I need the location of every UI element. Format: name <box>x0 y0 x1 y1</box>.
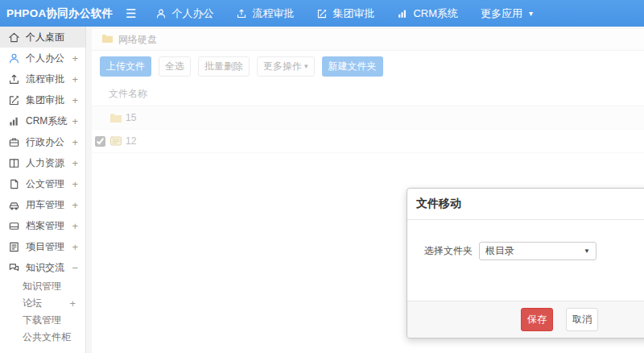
sidebar-item-label: 行政办公 <box>26 135 68 149</box>
top-nav-menu: 个人办公 流程审批 集团审批 CRM系统 <box>144 0 544 27</box>
sidebar-item-knowledge-exchange[interactable]: 知识交流 − <box>0 257 85 278</box>
sidebar-item-personal-office[interactable]: 个人办公 + <box>0 48 85 69</box>
sidebar-item-label: 个人桌面 <box>26 31 75 44</box>
sidebar-item-label: 知识交流 <box>26 261 68 275</box>
expand-toggle[interactable]: + <box>72 73 78 85</box>
topnav-process-approval[interactable]: 流程审批 <box>225 0 305 27</box>
topnav-label: 个人办公 <box>171 6 213 21</box>
topnav-group-approval[interactable]: 集团审批 <box>305 0 386 27</box>
project-icon <box>8 241 20 253</box>
caret-down-icon: ▼ <box>584 247 590 255</box>
sidebar-subitem-label: 论坛 <box>23 297 42 310</box>
sidebar-item-label: 档案管理 <box>26 219 68 233</box>
cancel-button[interactable]: 取消 <box>566 308 598 331</box>
archive-icon <box>8 220 20 232</box>
expand-toggle[interactable]: + <box>69 297 76 309</box>
sidebar-item-label: CRM系统 <box>26 114 68 128</box>
briefcase-icon <box>8 136 20 148</box>
save-button[interactable]: 保存 <box>521 308 553 331</box>
sidebar-item-personal-desktop[interactable]: 个人桌面 <box>0 27 85 48</box>
topnav-more-apps[interactable]: 更多应用 ▾ <box>469 0 544 27</box>
sidebar-subitem-label: 知识管理 <box>23 280 61 293</box>
document-icon <box>8 178 20 190</box>
expand-toggle[interactable]: + <box>72 157 78 169</box>
sidebar-item-crm-system[interactable]: CRM系统 + <box>0 110 85 131</box>
sidebar-item-project-management[interactable]: 项目管理 + <box>0 236 85 257</box>
sidebar-item-admin-office[interactable]: 行政办公 + <box>0 131 85 152</box>
expand-toggle[interactable]: + <box>72 220 78 232</box>
sidebar-item-label: 集团审批 <box>26 93 68 107</box>
sidebar-item-label: 个人办公 <box>26 52 68 65</box>
modal-title: 文件移动 <box>407 189 644 220</box>
expand-toggle[interactable]: + <box>72 241 78 253</box>
sidebar-item-human-resources[interactable]: 人力资源 + <box>0 152 85 173</box>
sidebar-subitem-download-management[interactable]: 下载管理 <box>0 312 85 329</box>
user-icon <box>155 8 167 19</box>
user-icon <box>8 52 20 64</box>
group-approval-icon <box>316 8 328 19</box>
expand-toggle[interactable]: + <box>72 52 78 64</box>
sidebar-subitem-knowledge-management[interactable]: 知识管理 <box>0 278 85 295</box>
file-move-modal: 文件移动 选择文件夹 根目录 ▼ 保存 取消 <box>407 188 644 338</box>
expand-toggle[interactable]: + <box>72 178 78 190</box>
home-icon <box>8 31 20 44</box>
expand-toggle[interactable]: + <box>72 136 78 148</box>
top-navigation-bar: PHPOA协同办公软件 ☰ 个人办公 流程审批 <box>0 0 644 27</box>
modal-footer: 保存 取消 <box>407 301 644 338</box>
sidebar-item-archive-management[interactable]: 档案管理 + <box>0 215 85 236</box>
sidebar-item-process-approval[interactable]: 流程审批 + <box>0 69 85 89</box>
topnav-label: 集团审批 <box>332 6 374 21</box>
sidebar-navigation: 个人桌面 个人办公 + 流程审批 + 集团审批 + <box>0 27 86 353</box>
caret-down-icon: ▾ <box>529 9 533 18</box>
sidebar-item-vehicle-management[interactable]: 用车管理 + <box>0 194 85 215</box>
process-approval-icon <box>8 73 20 85</box>
topnav-label: CRM系统 <box>413 6 458 21</box>
chart-icon <box>8 115 20 127</box>
app-logo: PHPOA协同办公软件 <box>0 6 121 21</box>
sidebar-item-label: 项目管理 <box>26 240 68 254</box>
topnav-label: 更多应用 <box>481 6 522 21</box>
sidebar-subitem-public-file-cabinet[interactable]: 公共文件柜 <box>0 329 85 346</box>
car-icon <box>8 199 20 211</box>
sidebar-item-group-approval[interactable]: 集团审批 + <box>0 89 85 110</box>
expand-toggle[interactable]: + <box>72 115 78 127</box>
sidebar-item-document-management[interactable]: 公文管理 + <box>0 173 85 194</box>
modal-body: 选择文件夹 根目录 ▼ <box>407 220 644 260</box>
expand-toggle[interactable]: + <box>72 94 78 106</box>
folder-select-dropdown[interactable]: 根目录 ▼ <box>479 242 597 260</box>
selected-folder-value: 根目录 <box>485 244 514 258</box>
chat-icon <box>8 262 20 274</box>
select-folder-label: 选择文件夹 <box>424 244 473 258</box>
topnav-crm-system[interactable]: CRM系统 <box>386 0 469 27</box>
topnav-label: 流程审批 <box>252 6 294 21</box>
sidebar-subitem-label: 下载管理 <box>23 314 61 327</box>
topnav-personal-office[interactable]: 个人办公 <box>144 0 225 27</box>
sidebar-item-label: 人力资源 <box>26 156 68 170</box>
sidebar-subitem-label: 公共文件柜 <box>23 330 71 344</box>
process-approval-icon <box>236 8 247 19</box>
chart-icon <box>397 8 408 19</box>
group-approval-icon <box>8 94 20 106</box>
sidebar-item-label: 流程审批 <box>26 73 68 86</box>
sidebar-subitem-forum[interactable]: 论坛 + <box>0 295 85 312</box>
sidebar-item-label: 公文管理 <box>26 177 68 191</box>
expand-toggle[interactable]: + <box>72 199 78 211</box>
book-icon <box>8 157 20 169</box>
hamburger-menu-icon[interactable]: ☰ <box>126 7 136 19</box>
collapse-toggle[interactable]: − <box>72 262 78 274</box>
sidebar-item-label: 用车管理 <box>26 198 68 212</box>
